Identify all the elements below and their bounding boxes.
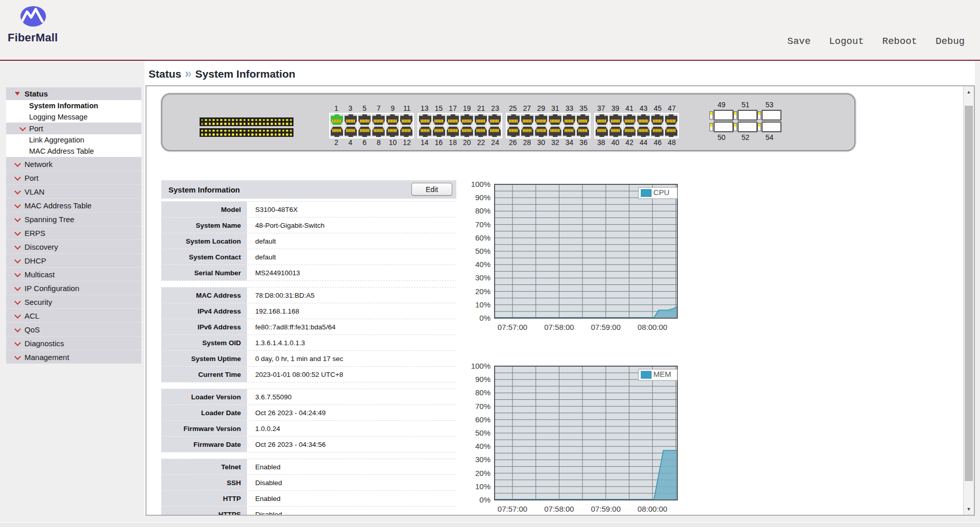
port-46[interactable] bbox=[651, 126, 664, 138]
port-40[interactable] bbox=[609, 126, 622, 138]
sidebar-item-security[interactable]: Security bbox=[6, 295, 141, 308]
sidebar-item-qos[interactable]: QoS bbox=[6, 322, 141, 336]
sidebar-item-diagnostics[interactable]: Diagnostics bbox=[6, 336, 141, 350]
port-45[interactable] bbox=[651, 114, 664, 126]
sidebar-item-label: Multicast bbox=[24, 270, 55, 279]
port-41[interactable] bbox=[623, 114, 636, 126]
sidebar-item-erps[interactable]: ERPS bbox=[6, 226, 141, 239]
port-3[interactable] bbox=[344, 114, 357, 126]
sidebar-item-label: MAC Address Table bbox=[24, 201, 91, 210]
led-dot bbox=[259, 133, 261, 136]
info-group: MAC Address78:D8:00:31:BD:A5IPv4 Address… bbox=[161, 287, 456, 382]
port-33[interactable] bbox=[562, 114, 576, 126]
port-13[interactable] bbox=[419, 114, 432, 126]
sidebar-item-status[interactable]: Status bbox=[6, 87, 141, 100]
sidebar-item-label: IP Configuration bbox=[24, 284, 79, 293]
port-29[interactable] bbox=[534, 114, 548, 126]
scroll-up-button[interactable]: ▲ bbox=[964, 87, 974, 97]
port-48[interactable] bbox=[665, 126, 678, 138]
port-8[interactable] bbox=[372, 126, 385, 138]
port-42[interactable] bbox=[623, 126, 636, 138]
port-6[interactable] bbox=[358, 126, 371, 138]
sidebar-item-dhcp[interactable]: DHCP bbox=[6, 253, 141, 267]
port-27[interactable] bbox=[521, 114, 534, 126]
system-info-groups: ModelS3100-48T6XSystem Name48-Port-Gigab… bbox=[161, 201, 456, 515]
port-number: 7 bbox=[372, 105, 386, 112]
sidebar-item-link-aggregation[interactable]: Link Aggregation bbox=[6, 134, 141, 146]
port-47[interactable] bbox=[665, 114, 678, 126]
port-22[interactable] bbox=[474, 126, 487, 138]
sidebar-item-system-information[interactable]: System Information bbox=[6, 100, 141, 111]
port-44[interactable] bbox=[636, 126, 650, 138]
sidebar-item-management[interactable]: Management bbox=[6, 350, 141, 364]
port-21[interactable] bbox=[474, 114, 487, 126]
port-9[interactable] bbox=[386, 114, 399, 126]
nav-link-save[interactable]: Save bbox=[788, 36, 811, 47]
nav-link-debug[interactable]: Debug bbox=[936, 36, 965, 47]
port-19[interactable] bbox=[460, 114, 473, 126]
port-15[interactable] bbox=[432, 114, 446, 126]
sidebar-item-logging-message[interactable]: Logging Message bbox=[6, 111, 141, 123]
sidebar-item-multicast[interactable]: Multicast bbox=[6, 267, 141, 281]
sfp-cage-icon bbox=[714, 122, 733, 132]
port-16[interactable] bbox=[432, 126, 446, 138]
sfp-port-54[interactable] bbox=[757, 122, 781, 132]
info-label: Serial Number bbox=[161, 265, 248, 280]
rj45-pins bbox=[332, 129, 341, 132]
port-5[interactable] bbox=[358, 114, 371, 126]
port-7[interactable] bbox=[372, 114, 385, 126]
port-1[interactable] bbox=[330, 114, 344, 126]
sfp-port-50[interactable] bbox=[709, 122, 733, 132]
port-39[interactable] bbox=[609, 114, 622, 126]
nav-link-reboot[interactable]: Reboot bbox=[883, 36, 917, 47]
port-37[interactable] bbox=[595, 114, 608, 126]
port-26[interactable] bbox=[507, 126, 520, 138]
sidebar-item-ip-configuration[interactable]: IP Configuration bbox=[6, 281, 141, 295]
port-43[interactable] bbox=[636, 114, 650, 126]
sfp-port-52[interactable] bbox=[733, 122, 757, 132]
port-10[interactable] bbox=[386, 126, 399, 138]
sidebar-item-discovery[interactable]: Discovery bbox=[6, 239, 141, 253]
port-20[interactable] bbox=[460, 126, 473, 138]
port-23[interactable] bbox=[488, 114, 501, 126]
sidebar-item-network[interactable]: Network bbox=[6, 157, 141, 171]
port-31[interactable] bbox=[548, 114, 561, 126]
nav-link-logout[interactable]: Logout bbox=[829, 36, 864, 47]
led-dot bbox=[209, 123, 211, 125]
led-dot bbox=[286, 130, 288, 132]
port-numbers-bottom: 141618202224 bbox=[418, 139, 502, 147]
scrollbar-thumb[interactable] bbox=[965, 106, 973, 481]
port-18[interactable] bbox=[446, 126, 459, 138]
rj45-pins bbox=[667, 119, 676, 123]
edit-button[interactable]: Edit bbox=[411, 183, 452, 196]
port-30[interactable] bbox=[534, 126, 548, 138]
port-38[interactable] bbox=[595, 126, 608, 138]
port-number: 46 bbox=[651, 139, 665, 147]
port-12[interactable] bbox=[400, 126, 413, 138]
sidebar-item-acl[interactable]: ACL bbox=[6, 308, 141, 322]
rj45-pins bbox=[611, 119, 620, 123]
port-25[interactable] bbox=[507, 114, 520, 126]
sfp-port-53[interactable] bbox=[757, 110, 781, 121]
sidebar-item-mac-address-table[interactable]: MAC Address Table bbox=[6, 146, 141, 157]
port-34[interactable] bbox=[562, 126, 576, 138]
port-4[interactable] bbox=[344, 126, 357, 138]
port-35[interactable] bbox=[576, 114, 590, 126]
sidebar-item-mac-address-table[interactable]: MAC Address Table bbox=[6, 198, 141, 212]
sidebar-item-port[interactable]: Port bbox=[6, 123, 141, 134]
port-14[interactable] bbox=[419, 126, 432, 138]
port-24[interactable] bbox=[488, 126, 501, 138]
port-32[interactable] bbox=[548, 126, 561, 138]
sidebar-item-spanning-tree[interactable]: Spanning Tree bbox=[6, 212, 141, 226]
sfp-port-51[interactable] bbox=[733, 110, 757, 121]
scroll-down-button[interactable]: ▼ bbox=[964, 504, 974, 514]
port-36[interactable] bbox=[576, 126, 590, 138]
port-11[interactable] bbox=[400, 114, 413, 126]
vertical-scrollbar[interactable]: ▲ ▼ bbox=[963, 86, 974, 515]
sidebar-item-vlan[interactable]: VLAN bbox=[6, 184, 141, 198]
port-17[interactable] bbox=[446, 114, 459, 126]
port-2[interactable] bbox=[330, 126, 344, 138]
sidebar-item-port[interactable]: Port bbox=[6, 171, 141, 184]
port-28[interactable] bbox=[521, 126, 534, 138]
sfp-port-49[interactable] bbox=[709, 110, 733, 121]
